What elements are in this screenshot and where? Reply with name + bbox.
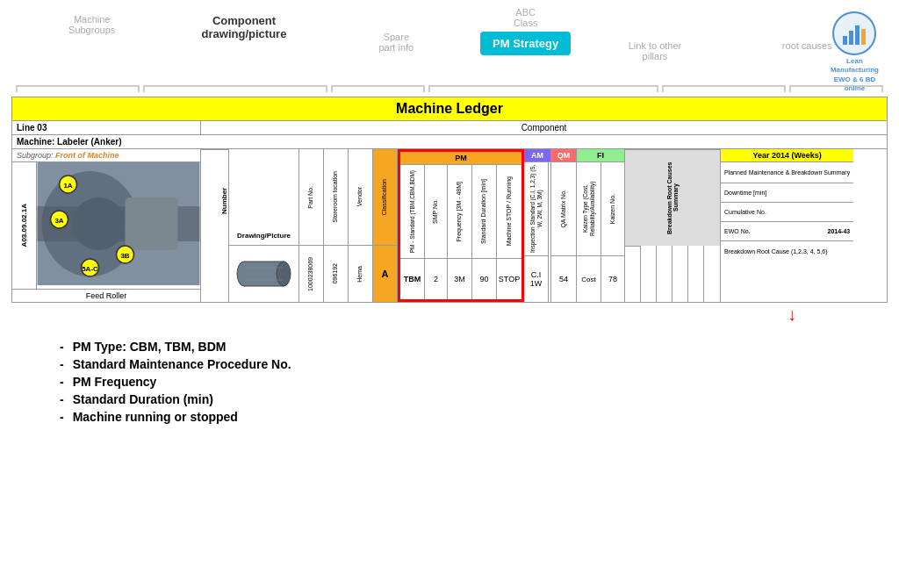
year-header: Year 2014 (Weeks) bbox=[721, 149, 853, 162]
pm-standard-header: PM - Standard (TBM,CBM,BDM) bbox=[400, 165, 424, 259]
qm-cols: QA Matrix No. 54 bbox=[551, 162, 576, 302]
drawing-image bbox=[229, 246, 298, 302]
breakdown-col-5 bbox=[688, 246, 704, 302]
bullet-text-4: Standard Duration (min) bbox=[73, 392, 213, 406]
logo-area: LeanManufacturingEWO & 6 BDonline bbox=[831, 11, 879, 94]
svg-rect-0 bbox=[843, 36, 847, 45]
pm-section-header: PM bbox=[400, 152, 521, 165]
pm-strategy-box: PM Strategy bbox=[480, 32, 571, 55]
component-header: Component bbox=[201, 121, 887, 134]
main-container: MachineSubgroups Componentdrawing/pictur… bbox=[0, 0, 899, 588]
qm-section: QM QA Matrix No. 54 bbox=[551, 149, 577, 302]
partno-col: Part No. 1000238069 bbox=[299, 149, 324, 302]
component-drawing-label: Componentdrawing/picture bbox=[168, 7, 320, 40]
number-col: Number bbox=[201, 149, 229, 302]
svg-text:1A: 1A bbox=[63, 182, 72, 190]
classification-col: Classification A bbox=[373, 149, 398, 302]
bracket-subgroups bbox=[16, 85, 140, 92]
bullets-section: - PM Type: CBM, TBM, BDM - Standard Main… bbox=[7, 329, 892, 438]
breakdown-header: Breakdown Root Causes Summary bbox=[625, 149, 720, 246]
top-labels: MachineSubgroups Componentdrawing/pictur… bbox=[7, 7, 892, 82]
ledger-table: Machine Ledger Line 03 Component Machine… bbox=[11, 97, 888, 303]
vendor-value: Hema bbox=[349, 246, 372, 302]
year-row-downtime: Downtime [min] bbox=[721, 183, 853, 203]
pm-standard-value: TBM bbox=[400, 259, 424, 299]
duration-value: 90 bbox=[472, 259, 496, 299]
left-section: Subgroup: Front of Machine A03.09.02.1A bbox=[12, 149, 201, 302]
bullet-item-4: - Standard Duration (min) bbox=[60, 392, 839, 406]
svg-rect-1 bbox=[849, 31, 853, 45]
qa-matrix-col: QA Matrix No. 54 bbox=[551, 162, 576, 302]
bracket-pillars bbox=[662, 85, 786, 92]
part-id-value: A03.09.02.1A bbox=[20, 204, 28, 247]
component-name-label: Feed Roller bbox=[12, 289, 200, 302]
svg-rect-2 bbox=[855, 25, 859, 45]
duration-header: Standard Duration [min] bbox=[472, 165, 496, 259]
machine-photo-svg: 1A 3A 5A-C 3B bbox=[37, 162, 200, 285]
bracket-pm bbox=[428, 85, 658, 92]
year-row-planned: Planned Maintenance & Breakdown Summary bbox=[721, 162, 853, 183]
machine-photo: 1A 3A 5A-C 3B bbox=[37, 162, 200, 289]
machine-stop-col: Machine STOP / Running STOP bbox=[497, 165, 521, 299]
qm-header: QM bbox=[551, 149, 576, 162]
machine-stop-value: STOP bbox=[497, 259, 521, 299]
pm-standard-col: PM - Standard (TBM,CBM,BDM) TBM bbox=[400, 165, 425, 299]
frequency-value: 3M bbox=[448, 259, 471, 299]
partno-value: 1000238069 bbox=[299, 246, 323, 302]
machine-row: Machine: Labeler (Anker) bbox=[12, 135, 887, 149]
main-data-area: Subgroup: Front of Machine A03.09.02.1A bbox=[12, 149, 887, 302]
smp-header: SMP No. bbox=[425, 165, 447, 259]
bracket-drawing bbox=[143, 85, 327, 92]
storeroom-value: 096192 bbox=[324, 246, 348, 302]
line-info: Line 03 bbox=[12, 121, 201, 134]
svg-text:5A-C: 5A-C bbox=[82, 265, 98, 273]
vendor-col: Vendor Hema bbox=[349, 149, 373, 302]
drawing-header: Drawing/Picture bbox=[229, 149, 298, 246]
fi-cols: Kaizen Type (Cost, Reliability/Availabil… bbox=[577, 162, 624, 302]
storeroom-header: Storeroom location bbox=[324, 149, 348, 246]
qa-matrix-value: 54 bbox=[551, 256, 576, 302]
smp-value: 2 bbox=[425, 259, 447, 299]
bullet-item-2: - Standard Maintenance Procedure No. bbox=[60, 357, 839, 371]
classification-value: A bbox=[373, 246, 397, 302]
smp-col: SMP No. 2 bbox=[425, 165, 448, 299]
breakdown-col-4 bbox=[672, 246, 688, 302]
frequency-header: Frequency [3M - 48M] bbox=[448, 165, 471, 259]
svg-text:3A: 3A bbox=[54, 217, 63, 225]
svg-point-7 bbox=[73, 197, 126, 250]
frequency-col: Frequency [3M - 48M] 3M bbox=[448, 165, 472, 299]
part-id-col: A03.09.02.1A bbox=[12, 162, 37, 289]
partno-header: Part No. bbox=[299, 149, 323, 246]
am-header: AM bbox=[524, 149, 550, 162]
abc-class-area: ABCClass PM Strategy bbox=[472, 7, 579, 55]
year-row-cumulative: Cumulative No. bbox=[721, 203, 853, 222]
photo-id-area: A03.09.02.1A bbox=[12, 162, 200, 289]
breakdown-col-3 bbox=[657, 246, 672, 302]
pm-section: PM PM - Standard (TBM,CBM,BDM) TBM SMP N… bbox=[398, 149, 524, 302]
year-row-ewo: EWO No. 2014-43 bbox=[721, 222, 853, 241]
classification-header: Classification bbox=[373, 149, 397, 246]
red-arrow: ↓ bbox=[349, 305, 899, 325]
fi-section: FI Kaizen Type (Cost, Reliability/Availa… bbox=[577, 149, 625, 302]
pm-cols: PM - Standard (TBM,CBM,BDM) TBM SMP No. … bbox=[400, 165, 521, 299]
am-section: AM Inspection Standard (C.I, 1,2,3) (S, … bbox=[524, 149, 551, 302]
drawing-col: Drawing/Picture bbox=[229, 149, 299, 302]
svg-rect-3 bbox=[861, 29, 866, 45]
year-section: Year 2014 (Weeks) Planned Maintenance & … bbox=[720, 149, 853, 302]
bullet-item-3: - PM Frequency bbox=[60, 375, 839, 389]
kaizen-no-col: Kaizen No. 78 bbox=[601, 162, 624, 302]
inspection-col: Inspection Standard (C.I, 1,2,3) (S, W, … bbox=[524, 162, 549, 302]
link-pillars-label: Link to otherpillars bbox=[579, 33, 730, 61]
bullet-text-3: PM Frequency bbox=[73, 375, 157, 389]
logo-icon bbox=[832, 11, 876, 55]
inspection-value: C.I 1W bbox=[524, 256, 548, 302]
am-cols: Inspection Standard (C.I, 1,2,3) (S, W, … bbox=[524, 162, 550, 302]
subgroup-row: Subgroup: Front of Machine bbox=[12, 149, 200, 162]
bracket-spare bbox=[331, 85, 425, 92]
kaizen-type-value: Cost bbox=[577, 256, 601, 302]
year-row-root-cause: Breakdown Root Cause (1,2,3, 4, 5,6) bbox=[721, 241, 853, 261]
storeroom-col: Storeroom location 096192 bbox=[324, 149, 349, 302]
number-value bbox=[201, 246, 228, 302]
number-header: Number bbox=[201, 149, 228, 246]
vendor-header: Vendor bbox=[349, 149, 372, 246]
